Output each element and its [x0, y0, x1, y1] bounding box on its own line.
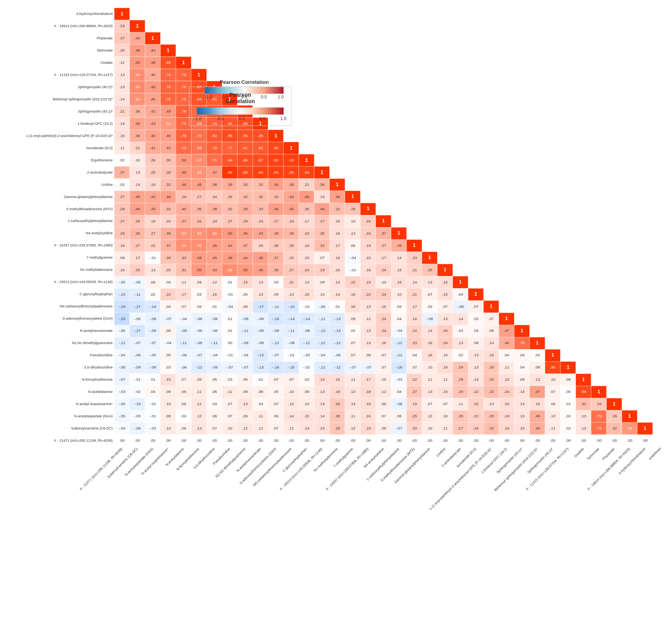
legend-labels: -1.0 -0.5 0.0 0.5 1.0: [194, 116, 286, 121]
main-container: PearsonCorrelation -1.0 -0.5 0.0 0.5 1.0: [0, 0, 672, 624]
legend-box: PearsonCorrelation -1.0 -0.5 0.0 0.5 1.0: [189, 87, 291, 126]
legend-min: -1.0: [194, 116, 202, 121]
legend-title: PearsonCorrelation: [194, 92, 286, 104]
legend-mid3: 0.5: [260, 116, 265, 121]
legend-mid2: 0.0: [239, 116, 245, 121]
legend-max: 1.0: [280, 116, 286, 121]
legend-mid1: -0.5: [217, 116, 224, 121]
heatmap-canvas: [0, 0, 672, 624]
legend-gradient: [197, 107, 284, 115]
